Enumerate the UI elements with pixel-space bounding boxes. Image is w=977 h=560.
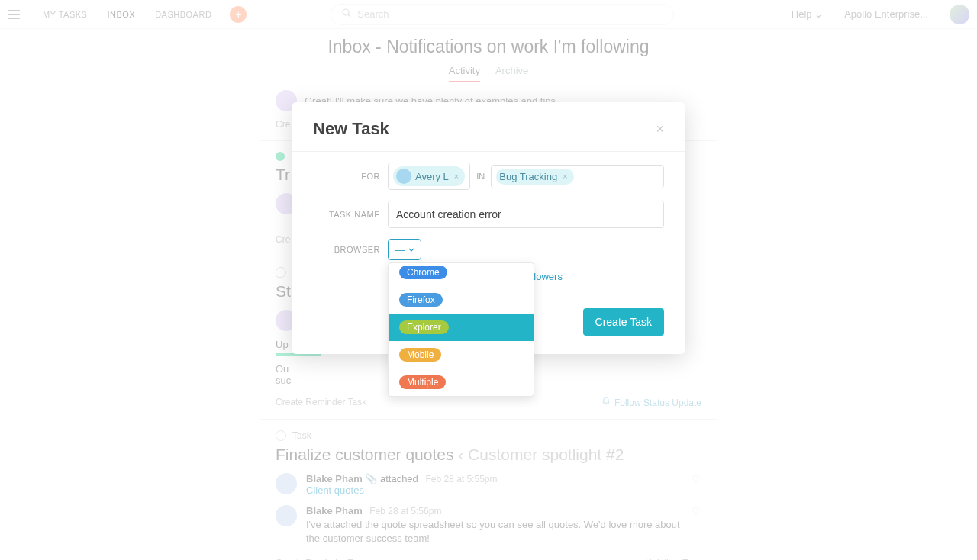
modal-overlay: New Task × FOR Avery L × IN Bug Tracking — [0, 0, 977, 560]
browser-select[interactable]: — — [388, 239, 421, 260]
close-icon[interactable]: × — [656, 121, 664, 137]
project-field[interactable]: Bug Tracking × — [491, 165, 664, 188]
create-task-button[interactable]: Create Task — [583, 308, 664, 336]
task-name-input[interactable] — [388, 201, 664, 228]
dropdown-option-firefox[interactable]: Firefox — [389, 286, 534, 314]
remove-assignee-icon[interactable]: × — [454, 172, 459, 181]
dropdown-option-chrome[interactable]: Chrome — [389, 262, 534, 286]
chevron-down-icon — [408, 244, 414, 256]
browser-value: — — [395, 244, 405, 256]
avatar — [396, 169, 411, 184]
project-pill: Bug Tracking × — [496, 169, 573, 185]
new-task-modal: New Task × FOR Avery L × IN Bug Tracking — [292, 102, 685, 354]
browser-dropdown: Chrome Firefox Explorer Mobile Multiple — [388, 262, 534, 397]
label-for: FOR — [292, 172, 388, 181]
assignee-field[interactable]: Avery L × — [388, 163, 470, 190]
label-task-name: TASK NAME — [292, 210, 388, 219]
modal-title: New Task — [313, 119, 389, 139]
dropdown-option-mobile[interactable]: Mobile — [389, 341, 534, 369]
remove-project-icon[interactable]: × — [563, 172, 567, 181]
dropdown-option-multiple[interactable]: Multiple — [389, 369, 534, 396]
assignee-pill: Avery L × — [393, 166, 465, 186]
dropdown-option-explorer[interactable]: Explorer — [389, 314, 534, 341]
label-in: IN — [470, 172, 491, 181]
label-browser: BROWSER — [292, 245, 388, 254]
